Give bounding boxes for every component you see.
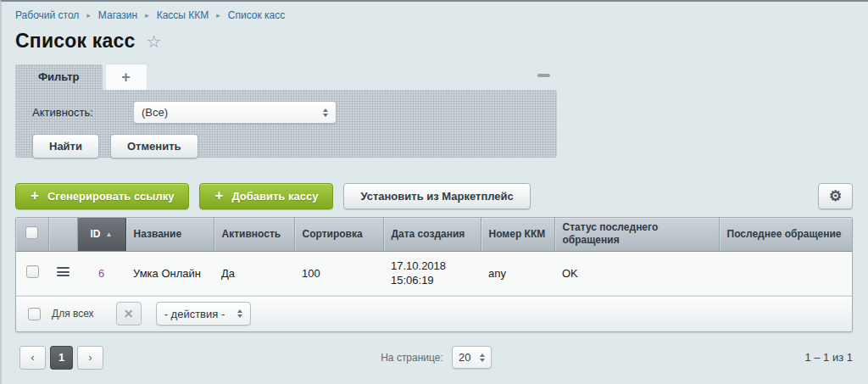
next-page-button[interactable]: › (77, 346, 103, 370)
filter-panel: Активность: (Все) Найти Отменить (15, 90, 557, 158)
per-page-select[interactable]: 20 (452, 346, 492, 369)
cell-created: 17.10.2018 15:06:19 (383, 251, 481, 295)
pagination: ‹ 1 › На странице: 20 1 – 1 из 1 (15, 346, 853, 370)
cell-kkm-number: any (481, 251, 554, 295)
breadcrumb: Рабочий стол ▸ Магазин ▸ Кассы ККМ ▸ Спи… (15, 8, 853, 22)
row-menu-icon[interactable] (57, 265, 70, 279)
for-all-label: Для всех (52, 308, 102, 320)
cell-name: Умка Онлайн (125, 251, 214, 295)
select-arrows-icon (237, 309, 242, 318)
column-header-last-status[interactable]: Статус последнего обращения (554, 218, 719, 251)
prev-page-button[interactable]: ‹ (19, 346, 46, 370)
close-icon: ✕ (124, 307, 134, 320)
select-all-header-cell (16, 218, 48, 251)
current-page-button[interactable]: 1 (50, 346, 73, 370)
add-cashbox-label: Добавить кассу (231, 190, 318, 203)
row-select-cell (16, 251, 48, 295)
cell-last-request (719, 251, 853, 295)
column-header-kkm-number[interactable]: Номер ККМ (481, 218, 554, 251)
row-checkbox[interactable] (26, 265, 39, 278)
actions-select[interactable]: - действия - (156, 302, 251, 326)
breadcrumb-link-kkm[interactable]: Кассы ККМ (157, 9, 209, 21)
add-filter-tab[interactable]: + (106, 64, 147, 90)
pagination-range: 1 – 1 из 1 (492, 351, 853, 364)
pagination-pages: ‹ 1 › (19, 346, 381, 370)
plus-icon: + (214, 188, 223, 204)
table-row: 6 Умка Онлайн Да 100 17.10.2018 15:06:19… (16, 251, 853, 295)
grid-footer: Для всех ✕ - действия - (16, 296, 852, 331)
breadcrumb-link-cashbox-list[interactable]: Список касс (228, 9, 285, 21)
title-row: Список касс ☆ (15, 30, 853, 53)
context-bar: + Сгенерировать ссылку + Добавить кассу … (15, 183, 853, 209)
actions-select-value: - действия - (164, 308, 225, 320)
cell-sort: 100 (294, 251, 383, 295)
column-header-id[interactable]: ID▲ (77, 218, 125, 251)
column-header-activity[interactable]: Активность (214, 218, 294, 251)
activity-select[interactable]: (Все) (133, 101, 337, 124)
breadcrumb-link-desktop[interactable]: Рабочий стол (15, 9, 79, 21)
cell-activity: Да (214, 251, 294, 295)
breadcrumb-link-shop[interactable]: Магазин (98, 9, 137, 21)
filter-tabs: Фильтр + (15, 64, 557, 90)
menu-header-cell (48, 218, 77, 251)
favorite-star-icon[interactable]: ☆ (146, 33, 161, 50)
page-title: Список касс (15, 30, 135, 53)
chevron-right-icon: › (88, 351, 92, 364)
plus-icon: + (121, 69, 131, 86)
find-button[interactable]: Найти (32, 134, 99, 159)
created-date: 17.10.2018 (391, 259, 473, 274)
column-header-created[interactable]: Дата создания (383, 218, 481, 251)
clear-selection-button[interactable]: ✕ (116, 302, 142, 326)
cell-id: 6 (77, 251, 125, 295)
grid-settings-button[interactable]: ⚙ (818, 183, 853, 209)
collapse-filter-icon[interactable] (537, 74, 550, 77)
breadcrumb-separator-icon: ▸ (145, 11, 149, 19)
activity-select-value: (Все) (142, 106, 168, 119)
per-page-control: На странице: 20 (381, 346, 492, 369)
per-page-value: 20 (459, 351, 470, 364)
cashbox-table: ID▲ Название Активность Сортировка Дата … (16, 218, 853, 296)
chevron-left-icon: ‹ (31, 351, 34, 364)
activity-label: Активность: (32, 106, 133, 119)
cell-last-status: OK (554, 251, 719, 295)
row-menu-cell (48, 251, 77, 295)
plus-icon: + (31, 188, 39, 204)
for-all-checkbox[interactable] (28, 308, 41, 320)
row-id-link[interactable]: 6 (98, 267, 104, 280)
generate-link-label: Сгенерировать ссылку (47, 190, 175, 203)
grid-header-row: ID▲ Название Активность Сортировка Дата … (16, 218, 853, 251)
sort-asc-icon: ▲ (106, 231, 113, 238)
gear-icon: ⚙ (829, 189, 842, 203)
add-cashbox-button[interactable]: + Добавить кассу (199, 183, 333, 209)
select-all-checkbox[interactable] (25, 226, 38, 239)
cashbox-grid: ID▲ Название Активность Сортировка Дата … (15, 217, 853, 332)
filter-section: Фильтр + Активность: (Все) Найти Отменит… (15, 64, 557, 158)
page: Рабочий стол ▸ Магазин ▸ Кассы ККМ ▸ Спи… (2, 2, 868, 370)
breadcrumb-separator-icon: ▸ (86, 11, 91, 19)
tab-filter[interactable]: Фильтр (15, 64, 103, 90)
column-header-name[interactable]: Название (125, 218, 214, 251)
install-marketplace-button[interactable]: Установить из Маркетплейс (343, 183, 530, 209)
per-page-label: На странице: (381, 352, 443, 364)
created-time: 15:06:19 (391, 273, 473, 288)
column-header-sort[interactable]: Сортировка (294, 218, 383, 251)
column-header-last-request[interactable]: Последнее обращение (719, 218, 853, 251)
breadcrumb-separator-icon: ▸ (216, 11, 220, 19)
select-arrows-icon (480, 353, 485, 362)
select-arrows-icon (323, 109, 328, 117)
cancel-button[interactable]: Отменить (110, 134, 198, 159)
generate-link-button[interactable]: + Сгенерировать ссылку (15, 183, 189, 209)
